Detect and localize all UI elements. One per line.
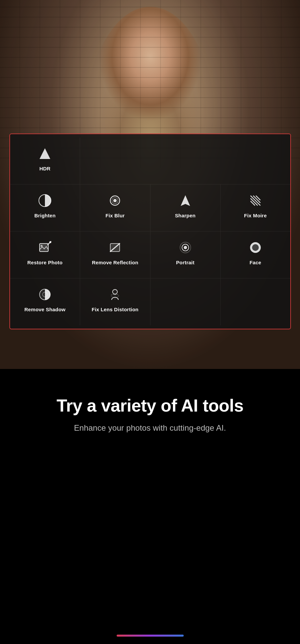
empty-cell-2: [221, 278, 290, 325]
remove-reflection-label: Remove Reflection: [92, 260, 138, 266]
restore-photo-label: Restore Photo: [27, 260, 63, 266]
tool-remove-reflection[interactable]: Remove Reflection: [80, 231, 150, 278]
svg-marker-0: [40, 148, 50, 159]
restore-photo-icon: [36, 239, 54, 256]
fix-lens-icon: [106, 286, 124, 303]
hdr-icon: [36, 145, 54, 162]
fix-lens-label: Fix Lens Distortion: [92, 307, 139, 313]
fix-moire-icon: [247, 192, 264, 209]
tools-row-2: Brighten Fix Blur Sharpen: [10, 184, 290, 231]
tool-brighten[interactable]: Brighten: [10, 184, 80, 231]
home-indicator: [117, 635, 184, 637]
svg-point-18: [184, 246, 187, 249]
tool-hdr[interactable]: HDR: [10, 138, 80, 184]
subtitle: Enhance your photos with cutting-edge AI…: [74, 423, 226, 433]
tool-fix-lens[interactable]: Fix Lens Distortion: [80, 278, 150, 325]
tool-sharpen[interactable]: Sharpen: [151, 184, 221, 231]
tools-row-1: HDR: [10, 138, 290, 184]
tool-remove-shadow[interactable]: Remove Shadow: [10, 278, 80, 325]
tool-face[interactable]: Face: [221, 231, 290, 278]
portrait-label: Portrait: [176, 260, 194, 266]
fix-blur-icon: [106, 192, 124, 209]
brighten-icon: [36, 192, 54, 209]
svg-point-3: [113, 199, 117, 202]
fix-blur-label: Fix Blur: [106, 213, 125, 219]
hdr-label: HDR: [39, 166, 50, 172]
sharpen-label: Sharpen: [175, 213, 195, 219]
bottom-section: Try a variety of AI tools Enhance your p…: [0, 369, 300, 644]
face-icon: [247, 239, 264, 256]
tool-portrait[interactable]: Portrait: [151, 231, 221, 278]
tools-row-4: Remove Shadow Fix Lens Distortion: [10, 278, 290, 325]
svg-point-23: [43, 292, 47, 297]
face-label: Face: [249, 260, 261, 266]
remove-reflection-icon: [106, 239, 124, 256]
sharpen-icon: [177, 192, 194, 209]
svg-marker-5: [181, 195, 190, 206]
remove-shadow-label: Remove Shadow: [24, 307, 66, 313]
tool-fix-blur[interactable]: Fix Blur: [80, 184, 150, 231]
tool-restore-photo[interactable]: Restore Photo: [10, 231, 80, 278]
empty-cell-1: [151, 278, 221, 325]
portrait-icon: [177, 239, 194, 256]
remove-shadow-icon: [36, 286, 54, 303]
tools-overlay-panel: HDR Brighten Fix Blur: [9, 133, 291, 329]
main-title: Try a variety of AI tools: [57, 396, 244, 416]
svg-point-14: [49, 241, 51, 243]
fix-moire-label: Fix Moire: [244, 213, 267, 219]
svg-line-6: [251, 196, 260, 205]
brighten-label: Brighten: [34, 213, 55, 219]
svg-point-21: [252, 244, 259, 251]
tools-row-3: Restore Photo Remove Reflection Port: [10, 231, 290, 278]
tool-fix-moire[interactable]: Fix Moire: [221, 184, 290, 231]
